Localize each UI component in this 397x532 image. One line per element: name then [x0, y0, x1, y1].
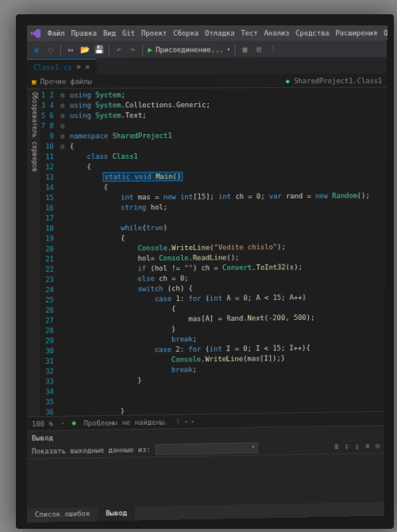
output-title: Вывод [32, 434, 53, 441]
output-tools: ≣ ↧ ↥ ≡ ⊡ [334, 442, 380, 451]
tool-icon[interactable]: ≣ [334, 442, 338, 450]
tab-error-list[interactable]: Список ошибок [27, 507, 98, 522]
zoom-level[interactable]: 100 % [32, 419, 53, 427]
tool-icon[interactable]: ↥ [355, 442, 359, 450]
output-body[interactable] [27, 453, 384, 508]
menu-view[interactable]: Вид [103, 29, 116, 37]
menu-analyze[interactable]: Анализ [264, 29, 290, 37]
editor-area: Обозреватель серверов Панель элементов 1… [27, 88, 387, 417]
undo-icon[interactable]: ↶ [114, 44, 124, 54]
menu-debug[interactable]: Отладка [205, 29, 234, 37]
separator [235, 44, 236, 55]
attach-label: Присоединение... [156, 45, 224, 53]
attach-button[interactable]: ▶ Присоединение... ▾ [148, 45, 230, 54]
tabbar: Class1.cs ⊕ × [27, 58, 387, 75]
tool-icon[interactable]: ↧ [345, 442, 349, 450]
menu-git[interactable]: Git [122, 29, 135, 37]
fold-column[interactable]: ⊟ ⊟ ⊟ ⊟ ⊟ ⊟ [59, 89, 67, 416]
toolbar: ◉ ○ ▭ 📂 💾 ↶ ↷ ▶ Присоединение... ▾ ▦ ⊞ ⋮ [27, 40, 387, 59]
separator [142, 44, 143, 55]
new-file-icon[interactable]: ▭ [66, 44, 75, 54]
menu-test[interactable]: Тест [241, 29, 257, 37]
open-icon[interactable]: 📂 [80, 44, 90, 54]
no-problems-label: Проблемы не найдены. [83, 418, 168, 426]
tool-icon-1[interactable]: ▦ [241, 44, 250, 54]
redo-icon[interactable]: ↷ [128, 44, 137, 54]
tab-filename: Class1.cs [33, 63, 72, 71]
output-select-label: Показать выходные данные из: [32, 445, 151, 455]
server-explorer-tab[interactable]: Обозреватель серверов [31, 92, 38, 414]
vs-window: Файл Правка Вид Git Проект Сборка Отладк… [27, 25, 387, 522]
code-editor[interactable]: using System; using System.Collections.G… [67, 88, 387, 416]
monitor-bezel: Файл Правка Вид Git Проект Сборка Отладк… [16, 14, 394, 529]
tool-icon[interactable]: ⊡ [376, 442, 380, 450]
separator [60, 44, 61, 55]
play-icon: ▶ [148, 45, 152, 54]
nav-icons[interactable]: | ◂ ▸ [176, 418, 195, 425]
close-icon[interactable]: × [85, 63, 90, 71]
menu-window[interactable]: Окно [384, 29, 387, 37]
tool-icon-2[interactable]: ⊞ [254, 44, 264, 54]
tool-icon-3[interactable]: ⋮ [268, 44, 278, 54]
menubar: Файл Правка Вид Git Проект Сборка Отладк… [27, 25, 387, 41]
tool-icon[interactable]: ≡ [365, 442, 369, 450]
ok-icon: ● [72, 419, 76, 426]
nav-back-icon[interactable]: ◉ [32, 44, 41, 54]
menu-extensions[interactable]: Расширения [335, 29, 377, 37]
pin-icon[interactable]: ⊕ [77, 64, 81, 71]
save-icon[interactable]: 💾 [94, 44, 104, 54]
tab-output[interactable]: Вывод [98, 507, 134, 521]
line-gutter: 1 2 3 4 5 6 7 8 9 10 11 12 13 14 15 16 1… [40, 89, 59, 416]
side-toolwindows: Обозреватель серверов Панель элементов [27, 89, 40, 417]
menu-project[interactable]: Проект [141, 29, 167, 37]
menu-file[interactable]: Файл [48, 29, 65, 37]
breadcrumb-right[interactable]: ◆ SharedProject1.Class1 [286, 76, 383, 84]
menu-edit[interactable]: Правка [71, 29, 97, 37]
nav-fwd-icon[interactable]: ○ [46, 44, 56, 54]
menu-tools[interactable]: Средства [295, 29, 329, 37]
vs-logo-icon [30, 28, 41, 39]
output-source-select[interactable] [156, 442, 259, 455]
separator [109, 44, 110, 55]
menu-build[interactable]: Сборка [173, 29, 198, 37]
tab-class1[interactable]: Class1.cs ⊕ × [27, 59, 96, 75]
chevron-down-icon: ▾ [227, 46, 230, 52]
breadcrumb-left[interactable]: ▣ Прочие файлы [32, 77, 92, 85]
breadcrumb: ▣ Прочие файлы ◆ SharedProject1.Class1 [27, 74, 387, 89]
